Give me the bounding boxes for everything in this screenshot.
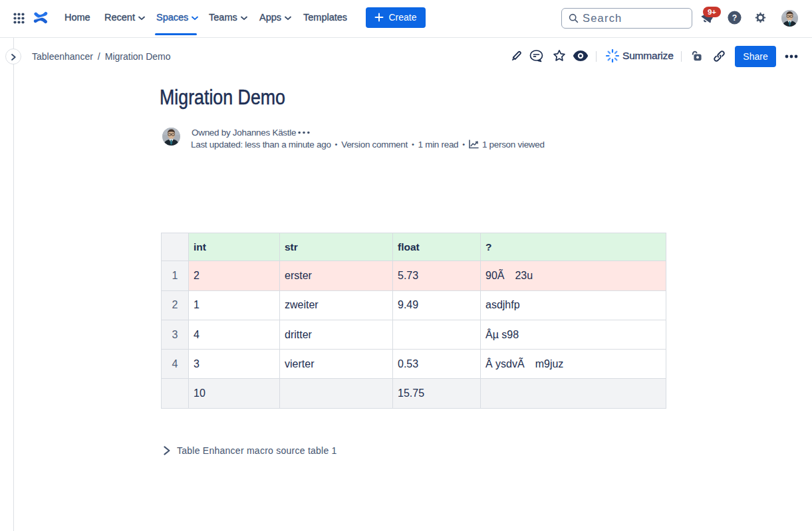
- svg-text:?: ?: [732, 13, 737, 23]
